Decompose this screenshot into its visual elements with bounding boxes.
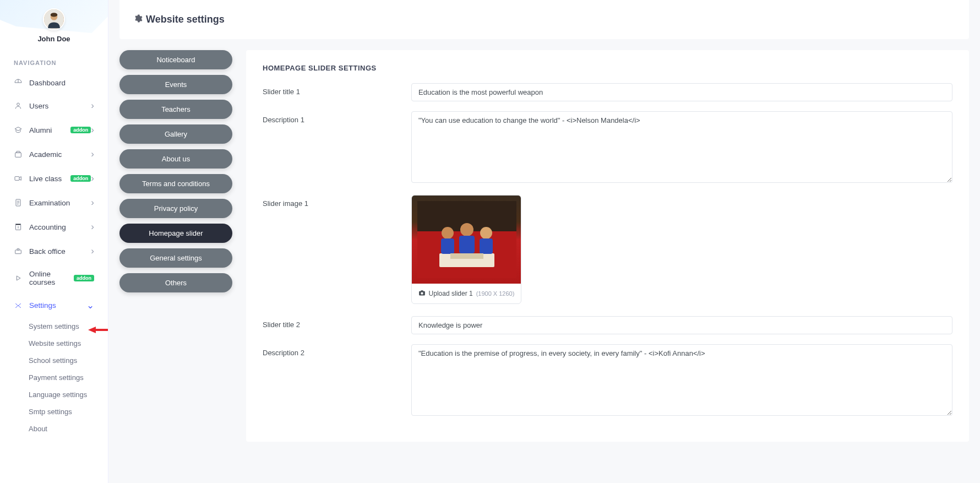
svg-point-17	[442, 227, 454, 239]
sidebar-item-label: Users	[29, 102, 91, 110]
chevron-right-icon: ›	[91, 246, 94, 257]
description-1-textarea[interactable]: "You can use education to change the wor…	[411, 111, 952, 183]
subnav-item-system-settings[interactable]: System settings	[0, 318, 108, 335]
svg-point-21	[480, 227, 492, 239]
alumni-icon	[14, 126, 23, 134]
subnav-item-smtp-settings[interactable]: Smtp settings	[0, 403, 108, 420]
tab-about-us[interactable]: About us	[119, 149, 232, 169]
slider-image-preview	[412, 196, 521, 284]
svg-rect-9	[17, 248, 19, 250]
svg-rect-20	[459, 236, 475, 253]
slider-title-1-input[interactable]	[411, 83, 952, 101]
svg-point-2	[51, 13, 58, 17]
svg-point-19	[460, 223, 473, 236]
sidebar-item-live-class[interactable]: Live classaddon›	[0, 166, 108, 191]
settings-tabs: NoticeboardEventsTeachersGalleryAbout us…	[119, 50, 232, 442]
slider-image-1-label: Slider image 1	[263, 195, 411, 304]
addon-badge: addon	[70, 175, 91, 182]
sidebar-item-examination[interactable]: Examination›	[0, 191, 108, 215]
description-1-label: Description 1	[263, 111, 411, 185]
tab-gallery[interactable]: Gallery	[119, 124, 232, 144]
svg-rect-23	[450, 253, 483, 259]
preview-illustration-icon	[417, 201, 516, 278]
settings-icon	[14, 301, 23, 310]
chevron-right-icon: ›	[91, 173, 94, 184]
tab-privacy-policy[interactable]: Privacy policy	[119, 199, 232, 218]
svg-rect-8	[15, 250, 21, 254]
sidebar-item-academic[interactable]: Academic›	[0, 142, 108, 166]
tab-others[interactable]: Others	[119, 273, 232, 292]
svg-point-11	[18, 305, 19, 306]
chevron-right-icon: ›	[91, 197, 94, 208]
accounting-icon	[14, 222, 23, 231]
chevron-right-icon: ›	[91, 221, 94, 232]
sidebar-item-label: Accounting	[29, 223, 91, 231]
tab-noticeboard[interactable]: Noticeboard	[119, 50, 232, 69]
upload-slider-1-dims: (1900 X 1260)	[476, 290, 515, 297]
upload-slider-1-label: Upload slider 1	[429, 290, 473, 297]
svg-rect-5	[15, 177, 19, 181]
svg-point-3	[17, 103, 20, 106]
sidebar-item-label: Dashboard	[29, 79, 94, 87]
sidebar-item-label: Live class	[29, 175, 68, 183]
upload-slider-1-button[interactable]: Upload slider 1 (1900 X 1260)	[412, 284, 521, 303]
page-title: Website settings	[146, 14, 225, 25]
users-icon	[14, 101, 23, 110]
svg-rect-4	[15, 153, 21, 157]
sidebar-item-settings[interactable]: Settings⌄	[0, 293, 108, 318]
username: John Doe	[0, 35, 108, 43]
sidebar-item-accounting[interactable]: Accounting›	[0, 215, 108, 239]
sidebar-item-label: Back office	[29, 247, 91, 256]
description-2-label: Description 2	[263, 344, 411, 418]
gear-icon	[133, 14, 143, 25]
slider-title-2-input[interactable]	[411, 316, 952, 334]
subnav-item-about[interactable]: About	[0, 420, 108, 437]
form-panel: HOMEPAGE SLIDER SETTINGS Slider title 1 …	[246, 50, 969, 442]
subnav-item-payment-settings[interactable]: Payment settings	[0, 369, 108, 386]
backoffice-icon	[14, 247, 23, 256]
nav-section-header: NAVIGATION	[0, 48, 108, 72]
sidebar-item-label: Academic	[29, 150, 91, 159]
tab-terms-and-conditions[interactable]: Terms and conditions	[119, 174, 232, 193]
tab-teachers[interactable]: Teachers	[119, 100, 232, 119]
camera-icon	[418, 289, 426, 298]
academic-icon	[14, 150, 23, 159]
subnav-item-website-settings[interactable]: Website settings	[0, 335, 108, 352]
profile-block: John Doe	[0, 0, 108, 48]
sidebar-item-online-courses[interactable]: Online coursesaddon	[0, 263, 108, 293]
image-upload-box: Upload slider 1 (1900 X 1260)	[411, 195, 521, 304]
svg-rect-18	[441, 238, 454, 254]
sidebar-item-label: Online courses	[29, 270, 72, 286]
slider-title-1-label: Slider title 1	[263, 83, 411, 101]
sidebar: John Doe NAVIGATION DashboardUsers›Alumn…	[0, 0, 108, 483]
addon-badge: addon	[70, 127, 91, 133]
svg-rect-22	[480, 238, 493, 254]
sidebar-item-back-office[interactable]: Back office›	[0, 239, 108, 263]
exam-icon	[14, 198, 23, 207]
dashboard-icon	[14, 78, 23, 87]
chevron-right-icon: ›	[91, 149, 94, 160]
subnav-item-language-settings[interactable]: Language settings	[0, 386, 108, 403]
courses-icon	[14, 274, 23, 283]
sidebar-item-label: Settings	[29, 301, 86, 310]
addon-badge: addon	[74, 275, 94, 281]
description-2-textarea[interactable]: "Education is the premise of progress, i…	[411, 344, 952, 416]
page-header: Website settings	[119, 0, 969, 39]
avatar[interactable]	[43, 8, 65, 30]
sidebar-item-alumni[interactable]: Alumniaddon›	[0, 118, 108, 142]
tab-general-settings[interactable]: General settings	[119, 248, 232, 268]
slider-title-2-label: Slider title 2	[263, 316, 411, 334]
svg-marker-10	[17, 276, 20, 280]
sidebar-item-dashboard[interactable]: Dashboard	[0, 72, 108, 94]
sidebar-item-users[interactable]: Users›	[0, 94, 108, 118]
liveclass-icon	[14, 174, 23, 183]
avatar-icon	[44, 8, 64, 30]
chevron-right-icon: ›	[91, 124, 94, 135]
sidebar-item-label: Alumni	[29, 126, 68, 134]
tab-homepage-slider[interactable]: Homepage slider	[119, 224, 232, 243]
tab-events[interactable]: Events	[119, 75, 232, 94]
section-title: HOMEPAGE SLIDER SETTINGS	[263, 64, 952, 72]
sidebar-item-label: Examination	[29, 199, 91, 207]
chevron-down-icon: ⌄	[86, 300, 94, 311]
subnav-item-school-settings[interactable]: School settings	[0, 352, 108, 369]
